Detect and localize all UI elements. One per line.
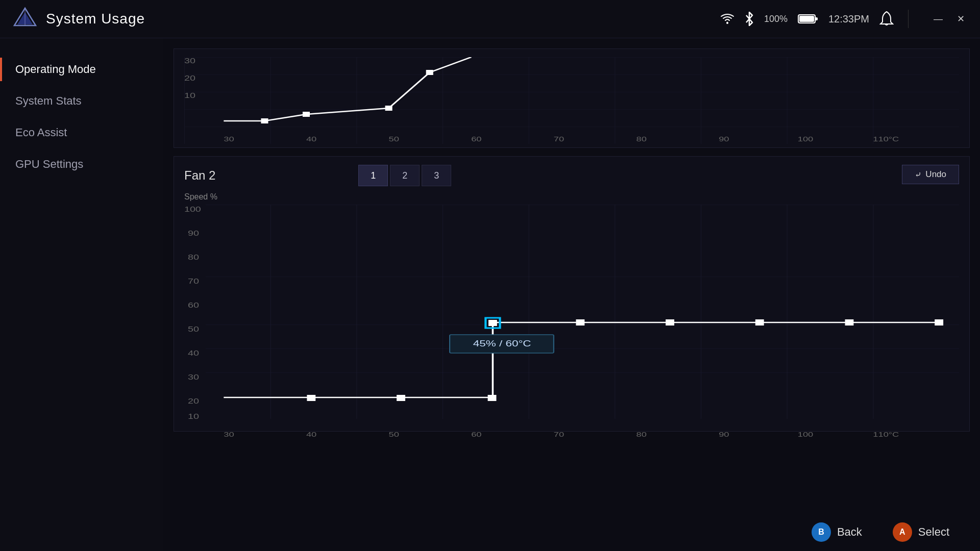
fan2-pt-50[interactable] [488,395,497,401]
fan2-chart-svg: 100 90 80 70 60 50 40 30 20 10 30 40 50 … [184,205,959,444]
title-left: System Usage [12,6,145,32]
svg-rect-20 [206,205,959,419]
fan2-chart-section: Fan 2 1 2 3 ⤶ Undo Speed % 100 [174,156,970,432]
svg-text:40: 40 [306,136,317,143]
fan1-chart-svg: 30 20 10 30 40 50 60 70 80 90 100 110°C [184,57,959,144]
clock: 12:33PM [828,13,869,25]
svg-text:100: 100 [798,431,814,438]
sidebar-item-gpu-settings[interactable]: GPU Settings [0,148,163,180]
svg-text:70: 70 [554,136,565,143]
svg-text:80: 80 [636,136,647,143]
undo-button[interactable]: ⤶ Undo [902,165,959,184]
fan2-tooltip-text: 45% / 60°C [473,339,531,348]
fan1-chart-section: 30 20 10 30 40 50 60 70 80 90 100 110°C [174,48,970,148]
svg-text:60: 60 [471,431,482,438]
fan1-chart-container: 30 20 10 30 40 50 60 70 80 90 100 110°C [184,57,959,146]
svg-text:90: 90 [719,431,729,438]
back-label: Back [837,525,862,539]
app-logo [12,6,38,32]
svg-text:40: 40 [188,349,199,358]
fan2-pt-30[interactable] [307,395,315,401]
status-bar: 100% 12:33PM — ✕ [720,10,968,28]
svg-text:90: 90 [719,136,729,143]
svg-text:30: 30 [224,431,234,438]
svg-rect-6 [799,16,814,22]
fan2-pt-110[interactable] [935,319,943,325]
select-label: Select [918,525,949,539]
svg-text:90: 90 [188,230,199,238]
svg-text:10: 10 [184,92,195,100]
notification-icon [879,11,894,27]
fan1-point-4[interactable] [426,70,433,75]
bottom-bar: B Back A Select [796,513,980,551]
svg-text:80: 80 [636,431,647,438]
fan2-title: Fan 2 [184,168,215,183]
app-title: System Usage [46,11,145,27]
fan2-tabs: 1 2 3 [358,165,451,186]
fan2-chart-container: 100 90 80 70 60 50 40 30 20 10 30 40 50 … [184,205,959,446]
fan1-point-3[interactable] [385,106,393,111]
fan2-tab-1[interactable]: 1 [358,165,388,186]
fan2-tab-3[interactable]: 3 [422,165,451,186]
window-controls: — ✕ [931,12,968,26]
fan2-header: Fan 2 1 2 3 ⤶ Undo [184,165,959,186]
sidebar-item-system-stats[interactable]: System Stats [0,85,163,117]
fan2-pt-40[interactable] [397,395,405,401]
fan2-pt-90[interactable] [755,319,764,325]
svg-rect-7 [184,57,959,144]
main-content: 30 20 10 30 40 50 60 70 80 90 100 110°C [163,38,980,551]
svg-text:110°C: 110°C [873,136,899,143]
back-button[interactable]: B Back [796,513,877,551]
fan1-point-2[interactable] [303,112,310,117]
bluetooth-icon [745,12,754,26]
battery-percent: 100% [764,14,788,24]
svg-rect-5 [815,17,818,20]
svg-text:40: 40 [306,431,317,438]
sidebar: Operating Mode System Stats Eco Assist G… [0,38,163,551]
svg-text:30: 30 [184,57,195,65]
minimize-button[interactable]: — [931,12,945,26]
divider [908,10,909,28]
fan2-pt-100[interactable] [845,319,854,325]
svg-text:80: 80 [188,254,199,262]
svg-text:30: 30 [188,373,199,382]
svg-text:60: 60 [471,136,482,143]
svg-text:50: 50 [389,431,400,438]
back-icon: B [812,522,831,542]
svg-text:70: 70 [554,431,565,438]
svg-text:60: 60 [188,302,199,310]
svg-text:100: 100 [184,206,201,214]
svg-text:70: 70 [188,278,199,286]
fan2-speed-label: Speed % [184,192,959,202]
sidebar-item-operating-mode[interactable]: Operating Mode [0,54,163,85]
svg-point-3 [726,22,728,24]
select-button[interactable]: A Select [877,513,965,551]
svg-text:110°C: 110°C [873,431,899,438]
wifi-icon [720,13,734,24]
svg-text:100: 100 [798,136,814,143]
close-button[interactable]: ✕ [953,12,968,26]
svg-text:20: 20 [188,397,199,406]
select-icon: A [893,522,912,542]
fan2-tab-2[interactable]: 2 [390,165,420,186]
svg-text:50: 50 [188,325,199,334]
sidebar-item-eco-assist[interactable]: Eco Assist [0,117,163,148]
fan1-point-1[interactable] [261,118,268,123]
fan2-pt-60[interactable] [488,320,497,326]
svg-text:30: 30 [224,136,234,143]
title-bar: System Usage 100% 12:33PM — [0,0,980,38]
svg-text:20: 20 [184,74,195,83]
battery-icon [798,13,818,24]
fan2-pt-70[interactable] [576,319,584,325]
fan2-pt-80[interactable] [666,319,674,325]
svg-text:10: 10 [188,413,199,421]
svg-text:50: 50 [389,136,400,143]
